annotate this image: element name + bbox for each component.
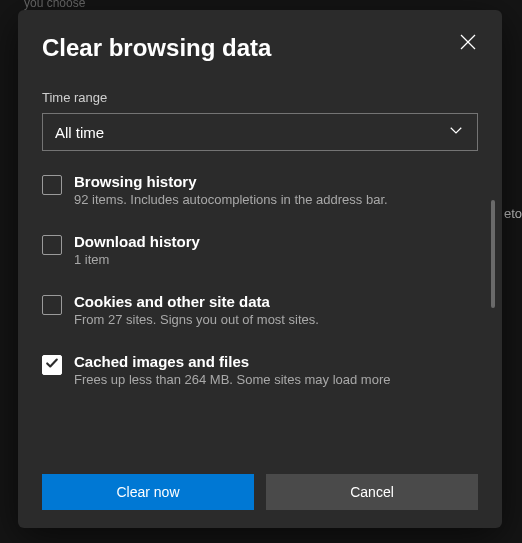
item-desc: Frees up less than 264 MB. Some sites ma…: [74, 372, 478, 387]
item-desc: From 27 sites. Signs you out of most sit…: [74, 312, 478, 327]
dialog-buttons: Clear now Cancel: [42, 474, 478, 510]
chevron-down-icon: [447, 121, 465, 143]
checkbox-download-history[interactable]: [42, 235, 62, 255]
cancel-button[interactable]: Cancel: [266, 474, 478, 510]
item-desc: 92 items. Includes autocompletions in th…: [74, 192, 478, 207]
item-desc: 1 item: [74, 252, 478, 267]
list-item: Browsing history 92 items. Includes auto…: [42, 173, 478, 207]
clear-now-button[interactable]: Clear now: [42, 474, 254, 510]
item-title: Download history: [74, 233, 478, 250]
background-hint-text: you choose: [24, 0, 85, 10]
checkbox-cached-images[interactable]: [42, 355, 62, 375]
list-item: Cookies and other site data From 27 site…: [42, 293, 478, 327]
item-title: Cached images and files: [74, 353, 478, 370]
dialog-title: Clear browsing data: [42, 34, 478, 62]
close-icon: [460, 34, 476, 54]
item-title: Browsing history: [74, 173, 478, 190]
checkbox-cookies[interactable]: [42, 295, 62, 315]
check-icon: [45, 356, 59, 374]
clear-browsing-data-dialog: Clear browsing data Time range All time …: [18, 10, 502, 528]
time-range-value: All time: [55, 124, 104, 141]
list-item: Download history 1 item: [42, 233, 478, 267]
scrollbar-thumb[interactable]: [491, 200, 495, 308]
close-button[interactable]: [448, 24, 488, 64]
checkbox-browsing-history[interactable]: [42, 175, 62, 195]
list-item: Cached images and files Frees up less th…: [42, 353, 478, 387]
background-right-text: eto: [504, 206, 522, 221]
data-type-list: Browsing history 92 items. Includes auto…: [42, 173, 478, 387]
item-title: Cookies and other site data: [74, 293, 478, 310]
time-range-label: Time range: [42, 90, 478, 105]
time-range-select[interactable]: All time: [42, 113, 478, 151]
